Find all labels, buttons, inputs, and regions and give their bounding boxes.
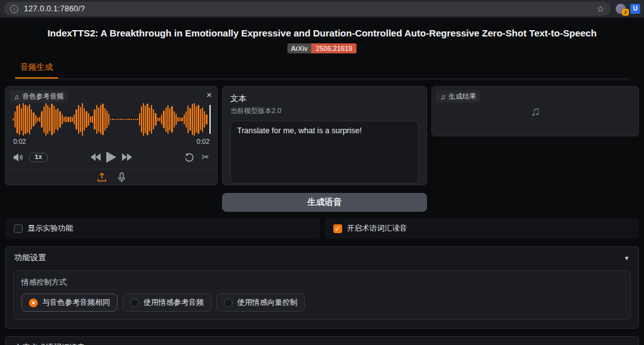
music-note-icon: ♫: [14, 93, 19, 101]
arxiv-badge[interactable]: ArXiv 2506.21619: [287, 43, 357, 53]
model-version-label: 当前模型版本2.0: [230, 106, 419, 116]
emotion-control-radio-group: 与音色参考音频相同 使用情感参考音频 使用情感向量控制: [21, 293, 623, 312]
accordion-feature-settings: 功能设置 ▼ 情感控制方式 与音色参考音频相同 使用情感参考音频: [5, 246, 639, 329]
arxiv-badge-id: 2506.21619: [311, 43, 357, 53]
chevron-down-icon: ▼: [624, 255, 630, 261]
accordion-custom-pronunciation-header[interactable]: 自定义术语词汇读音 ◀: [6, 337, 638, 345]
playback-controls: 1x: [13, 150, 209, 165]
time-row: 0:02 0:02: [13, 138, 209, 145]
arxiv-badge-label: ArXiv: [287, 43, 311, 53]
extension-icon[interactable]: 2: [616, 4, 626, 14]
music-note-icon: ♫: [440, 93, 445, 101]
playback-speed-button[interactable]: 1x: [29, 153, 48, 162]
url-text: 127.0.0.1:7860/?: [24, 4, 591, 13]
audio-source-row: [6, 169, 217, 185]
tab-audio-generation[interactable]: 音频生成: [15, 62, 58, 79]
upload-icon[interactable]: [97, 172, 107, 182]
options-row: 显示实验功能 ✓ 开启术语词汇读音: [5, 218, 639, 239]
radio-unselected-icon: [224, 298, 233, 307]
accordion-custom-pronunciation: 自定义术语词汇读音 ◀: [5, 336, 639, 345]
accordion-feature-settings-header[interactable]: 功能设置 ▼: [6, 247, 638, 269]
generate-speech-button[interactable]: 生成语音: [222, 193, 427, 212]
extension-badge: 2: [622, 9, 629, 16]
password-manager-icon[interactable]: U: [630, 4, 640, 14]
undo-trim-icon[interactable]: [184, 153, 194, 162]
page-title: IndexTTS2: A Breakthrough in Emotionally…: [0, 28, 644, 38]
radio-emotion-reference-audio[interactable]: 使用情感参考音频: [123, 293, 211, 312]
reference-audio-player: ♫ 音色参考音频 × 0:02 0:02: [5, 86, 218, 185]
audio-label: ♫ 音色参考音频: [9, 90, 68, 102]
skip-back-icon[interactable]: [91, 153, 101, 161]
microphone-icon[interactable]: [118, 172, 126, 183]
radio-unselected-icon: [130, 298, 139, 307]
emotion-control-label: 情感控制方式: [21, 277, 623, 288]
empty-audio-icon: ♫: [530, 104, 540, 119]
playback-cursor[interactable]: [209, 105, 211, 134]
checkbox-show-experimental[interactable]: 显示实验功能: [5, 218, 320, 239]
extension-area: 2 U: [616, 4, 640, 14]
waveform[interactable]: [13, 103, 210, 136]
radio-selected-icon: [29, 298, 38, 307]
radio-same-as-reference[interactable]: 与音色参考音频相同: [21, 293, 118, 312]
result-panel: ♫ 生成结果 ♫: [431, 86, 639, 136]
checkbox-checked-icon[interactable]: ✓: [333, 224, 342, 233]
browser-chrome: i 127.0.0.1:7860/? ☆ 2 U: [0, 0, 644, 18]
current-time: 0:02: [13, 138, 26, 145]
radio-emotion-vector-control[interactable]: 使用情感向量控制: [216, 293, 305, 312]
tab-bar: 音频生成: [15, 62, 629, 79]
site-info-icon[interactable]: i: [10, 5, 18, 13]
duration: 0:02: [197, 138, 209, 145]
volume-icon[interactable]: [13, 153, 24, 162]
text-input[interactable]: Translate for me, what is a surprise!: [230, 121, 419, 183]
bookmark-star-icon[interactable]: ☆: [596, 4, 604, 14]
gradio-app: IndexTTS2: A Breakthrough in Emotionally…: [0, 28, 644, 345]
skip-forward-icon[interactable]: [122, 153, 132, 161]
checkbox-terminology-pronunciation[interactable]: ✓ 开启术语词汇读音: [325, 218, 640, 239]
address-bar[interactable]: i 127.0.0.1:7860/? ☆: [4, 2, 611, 16]
emotion-control-group: 情感控制方式 与音色参考音频相同 使用情感参考音频 使用情感向量控制: [13, 270, 631, 320]
trim-scissors-icon[interactable]: ✂: [201, 151, 209, 163]
checkbox-unchecked-icon[interactable]: [14, 224, 23, 233]
text-input-panel: 文本 当前模型版本2.0 Translate for me, what is a…: [222, 86, 427, 185]
text-label: 文本: [230, 93, 419, 104]
play-icon[interactable]: [106, 151, 116, 163]
close-icon[interactable]: ×: [206, 89, 212, 100]
result-label: ♫ 生成结果: [436, 90, 480, 102]
